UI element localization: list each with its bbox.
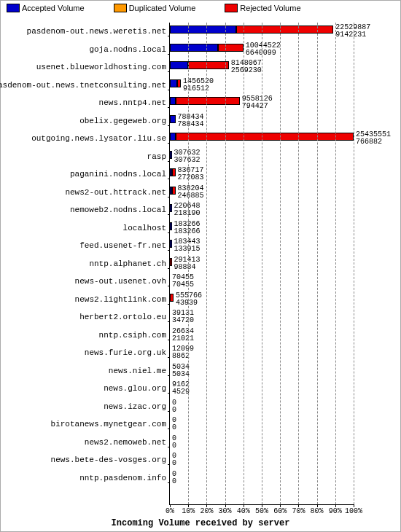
grid-line — [244, 23, 244, 504]
server-label: nemoweb2.nodns.local — [70, 206, 166, 214]
legend-rejected: Rejected Volume — [225, 4, 300, 12]
bar-value-labels: 183443133915 — [174, 238, 200, 253]
grid-line — [225, 23, 226, 504]
bar-value-labels: 7045570455 — [172, 274, 194, 289]
bar-segment — [236, 26, 334, 34]
server-label: news.glou.org — [104, 384, 166, 393]
grid-line — [317, 23, 318, 504]
grid-line — [298, 23, 299, 504]
bar-value-labels: 307632307632 — [174, 149, 200, 164]
bar-value-labels: 9558126794427 — [242, 95, 273, 110]
bar-segment — [170, 151, 172, 159]
x-tick-label: 70% — [292, 504, 305, 515]
bar-value-labels: 00 — [172, 417, 176, 431]
bar-segment — [188, 61, 228, 69]
bar-value-labels: 788434788434 — [178, 114, 204, 128]
bar-segment — [170, 240, 172, 248]
grid-line — [280, 23, 281, 504]
server-label: news.bete-des-vosges.org — [51, 455, 166, 464]
bar-value-labels: 120998862 — [172, 345, 194, 360]
bar-value-labels: 220648218190 — [174, 203, 200, 217]
server-label: news2-out.httrack.net — [65, 188, 166, 197]
server-label: news2.nemoweb.net — [85, 438, 166, 447]
server-label: news.niel.me — [109, 367, 166, 375]
legend-box-rejected — [225, 4, 238, 12]
bar-value-labels: 00 — [172, 471, 176, 485]
bar-value-labels: 91624529 — [172, 381, 190, 396]
grid-line — [206, 23, 207, 504]
bar-segment — [170, 79, 177, 87]
legend-duplicated: Duplicated Volume — [114, 4, 196, 12]
legend-box-duplicated — [114, 4, 127, 12]
y-axis: pasdenom-out.news.weretis.netgoja.nodns.… — [1, 23, 169, 505]
bar-segment — [170, 115, 176, 123]
server-label: usenet.blueworldhosting.com — [36, 63, 166, 71]
bar-segment — [170, 294, 174, 302]
server-label: herbert2.ortolo.eu — [79, 313, 166, 321]
bar-value-labels: 183266183266 — [174, 221, 200, 235]
server-label: feed.usenet-fr.net — [79, 241, 166, 250]
x-tick-label: 60% — [273, 504, 287, 515]
server-label: outgoing.news.lysator.liu.se — [31, 134, 166, 143]
server-label: pasdenom-out.news.tnetconsulting.net — [0, 81, 166, 90]
bar-segment — [172, 187, 176, 195]
bar-segment — [172, 168, 176, 176]
x-tick-label: 0% — [166, 504, 174, 515]
bar-value-labels: 00 — [172, 399, 176, 414]
bar-segment — [177, 79, 181, 87]
bar-value-labels: 00 — [172, 453, 176, 467]
bar-value-labels: 00 — [172, 435, 176, 450]
bar-value-labels: 3913134720 — [172, 310, 194, 324]
bar-segment — [170, 204, 172, 212]
bar-value-labels: 2663421021 — [172, 328, 194, 343]
bar-segment — [176, 97, 240, 105]
plot-area: pasdenom-out.news.weretis.netgoja.nodns.… — [1, 23, 397, 505]
bar-segment — [170, 258, 172, 266]
server-label: birotanews.mynetgear.com — [51, 420, 166, 429]
legend-label-accepted: Accepted Volume — [22, 4, 85, 12]
bar-segment — [170, 44, 218, 52]
bar-value-labels: 836717272083 — [178, 167, 204, 181]
bar-segment — [218, 44, 244, 52]
bar-value-labels: 29141398884 — [174, 257, 200, 271]
x-tick-label: 80% — [311, 504, 324, 515]
server-label: pasdenom-out.news.weretis.net — [27, 27, 166, 36]
grid-line — [262, 23, 262, 504]
server-label: localhost — [123, 224, 166, 232]
x-tick-label: 50% — [255, 504, 268, 515]
grid-line — [188, 23, 189, 504]
legend: Accepted Volume Duplicated Volume Reject… — [7, 4, 394, 12]
x-tick-label: 20% — [200, 504, 213, 515]
legend-accepted: Accepted Volume — [7, 4, 85, 12]
server-label: news.furie.org.uk — [85, 348, 166, 357]
bar-value-labels: 81480672569230 — [231, 60, 262, 74]
server-label: news-out.usenet.ovh — [75, 277, 166, 286]
bar-value-labels: 50345034 — [172, 364, 190, 378]
server-label: paganini.nodns.local — [70, 170, 166, 179]
x-tick-label: 90% — [329, 504, 342, 515]
server-label: news2.lightlink.com — [75, 295, 166, 304]
bar-value-labels: 100445226640099 — [246, 42, 281, 57]
grid-line — [335, 23, 336, 504]
bar-segment — [170, 133, 176, 141]
legend-label-rejected: Rejected Volume — [240, 4, 300, 12]
bar-segment — [176, 133, 354, 141]
server-label: nntp.alphanet.ch — [89, 259, 166, 268]
grid-line — [354, 23, 354, 504]
bar-value-labels: 25435551766882 — [356, 131, 391, 146]
bar-segment — [170, 61, 188, 69]
legend-label-duplicated: Duplicated Volume — [129, 4, 196, 12]
x-tick-label: 100% — [345, 504, 362, 515]
server-label: news.izac.org — [104, 402, 166, 411]
server-label: rasp — [147, 152, 166, 161]
x-tick-label: 10% — [182, 504, 195, 515]
server-label: news.nntp4.net — [99, 98, 166, 107]
server-label: obelix.gegeweb.org — [79, 117, 166, 125]
bar-value-labels: 838204246885 — [178, 185, 204, 200]
server-label: nntp.pasdenom.info — [79, 474, 166, 482]
x-tick-label: 40% — [237, 504, 250, 515]
chart-bars-region: 2252988791422311004452266400998148067256… — [169, 23, 354, 505]
server-label: goja.nodns.local — [89, 45, 166, 54]
server-label: nntp.csiph.com — [99, 331, 166, 340]
x-axis-title: Incoming Volume received by server — [1, 518, 400, 528]
